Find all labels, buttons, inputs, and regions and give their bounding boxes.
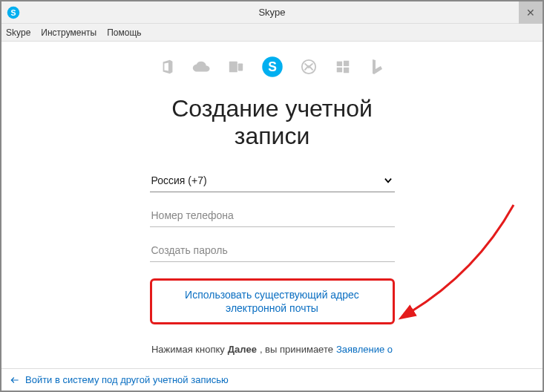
content-area: S Создание учетной записи Россия (+7)	[1, 42, 543, 368]
page-title: Создание учетной записи	[171, 95, 373, 150]
svg-text:S: S	[268, 59, 277, 74]
phone-input[interactable]	[151, 209, 393, 221]
svg-rect-9	[336, 68, 341, 72]
chevron-down-icon	[383, 175, 393, 186]
close-button[interactable]: ✕	[519, 1, 543, 24]
windows-icon	[333, 57, 353, 76]
menu-help[interactable]: Помощь	[107, 27, 141, 38]
svg-rect-10	[343, 68, 348, 73]
svg-text:S: S	[10, 7, 16, 16]
disclaimer-bold: Далее	[228, 344, 257, 355]
annotation-arrow	[395, 197, 528, 331]
country-select[interactable]: Россия (+7)	[150, 169, 395, 192]
svg-rect-3	[237, 63, 242, 71]
password-input[interactable]	[151, 244, 393, 256]
xbox-icon	[299, 57, 318, 76]
bing-icon	[367, 57, 387, 76]
window-title: Skype	[1, 7, 543, 18]
svg-rect-8	[343, 61, 348, 66]
menu-skype[interactable]: Skype	[6, 27, 30, 38]
skype-logo-icon: S	[6, 5, 21, 20]
disclaimer-link[interactable]: Заявление о	[336, 344, 393, 355]
office-icon	[158, 57, 177, 76]
onedrive-icon	[192, 57, 212, 76]
use-email-line1: Использовать существующий адрес	[185, 289, 359, 301]
brand-row: S	[158, 55, 387, 79]
outlook-icon	[226, 57, 246, 76]
title-line1: Создание учетной	[171, 95, 373, 122]
password-field-row	[150, 239, 395, 262]
titlebar: S Skype ✕	[1, 1, 543, 24]
disclaimer-pre: Нажимая кнопку	[151, 344, 225, 355]
disclaimer-post: , вы принимаете	[260, 344, 333, 355]
close-icon: ✕	[526, 7, 535, 19]
country-select-value: Россия (+7)	[151, 174, 383, 186]
skype-icon: S	[260, 55, 284, 79]
title-line2: записи	[235, 122, 310, 149]
use-email-link-box: Использовать существующий адрес электрон…	[150, 278, 395, 324]
phone-field-row	[150, 204, 395, 227]
disclaimer: Нажимая кнопку Далее, вы принимаете Заяв…	[151, 344, 393, 355]
footer: Войти в систему под другой учетной запис…	[1, 368, 543, 391]
signup-form: Россия (+7)	[150, 169, 395, 274]
switch-account-link[interactable]: Войти в систему под другой учетной запис…	[25, 374, 229, 385]
use-email-line2: электронной почты	[226, 302, 318, 314]
back-arrow-icon	[9, 375, 21, 385]
menubar: Skype Инструменты Помощь	[1, 24, 543, 42]
menu-tools[interactable]: Инструменты	[41, 27, 96, 38]
use-email-link[interactable]: Использовать существующий адрес электрон…	[185, 289, 359, 314]
svg-rect-2	[229, 62, 237, 73]
svg-rect-7	[336, 62, 341, 66]
